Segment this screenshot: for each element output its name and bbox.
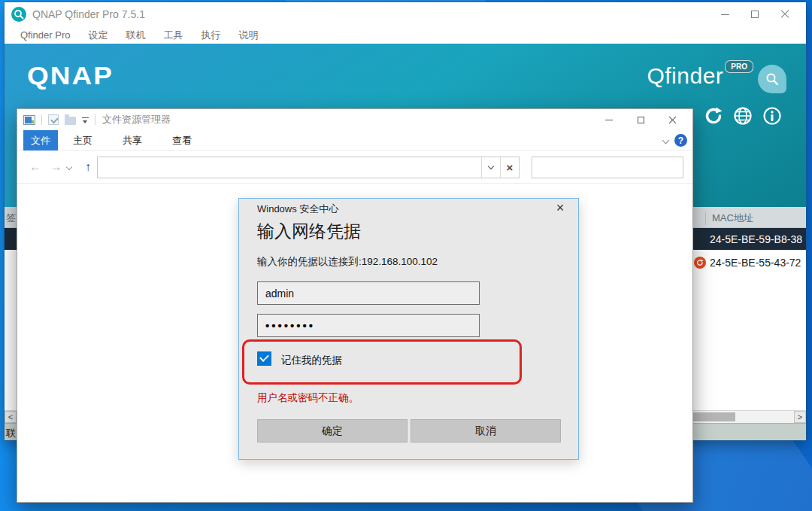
menu-item-settings[interactable]: 设定 (79, 29, 117, 42)
explorer-minimize-button[interactable] (593, 109, 625, 130)
menu-item-qfinder-pro[interactable]: Qfinder Pro (11, 29, 79, 41)
dialog-close-button[interactable]: × (552, 200, 568, 216)
explorer-close-button[interactable] (656, 109, 688, 130)
qfinder-window-title: QNAP Qfinder Pro 7.5.1 (32, 8, 145, 20)
new-folder-icon[interactable] (65, 117, 76, 125)
username-field[interactable] (257, 281, 480, 305)
explorer-maximize-button[interactable] (625, 109, 656, 130)
separator (95, 114, 95, 125)
explorer-window-title: 文件资源管理器 (102, 113, 171, 126)
search-input[interactable] (540, 162, 683, 173)
maximize-icon (638, 117, 644, 123)
minimize-icon (721, 14, 729, 15)
search-box[interactable] (532, 157, 683, 178)
menu-item-run[interactable]: 执行 (192, 29, 229, 42)
qfinder-minimize-button[interactable] (710, 2, 740, 26)
tab-file[interactable]: 文件 (23, 130, 58, 151)
tab-share[interactable]: 共享 (113, 130, 152, 151)
address-input[interactable] (98, 157, 481, 178)
help-icon[interactable]: ? (674, 134, 687, 147)
menu-item-tools[interactable]: 工具 (154, 29, 192, 42)
qfinder-titlebar: QNAP Qfinder Pro 7.5.1 (5, 2, 806, 26)
partial-column-header[interactable]: 签 (6, 211, 16, 225)
qfinder-action-icons (704, 106, 782, 126)
qfinder-close-button[interactable] (770, 2, 800, 26)
qfinder-brand: Qfinder PRO (647, 63, 786, 93)
close-icon (780, 10, 789, 19)
refresh-icon[interactable] (704, 106, 723, 126)
mac-address-value: 24-5E-BE-59-B8-38 (710, 233, 802, 245)
device-status-icon (694, 257, 706, 269)
cancel-icon: × (507, 161, 514, 174)
address-dropdown-button[interactable] (481, 157, 500, 178)
forward-icon[interactable]: → (46, 160, 67, 174)
info-icon[interactable] (762, 106, 782, 126)
menu-item-connect[interactable]: 联机 (117, 29, 154, 42)
tab-home[interactable]: 主页 (63, 130, 102, 151)
desktop: QNAP Qfinder Pro 7.5.1 Qfinder Pro 设定 联机… (0, 0, 812, 511)
back-icon[interactable]: ← (25, 160, 46, 174)
qfinder-logo-text: Qfinder (647, 63, 723, 89)
menu-item-help[interactable]: 说明 (229, 29, 267, 42)
maximize-icon (751, 11, 759, 18)
remember-credentials-checkbox[interactable] (257, 351, 271, 366)
scroll-right-button[interactable]: > (794, 411, 806, 423)
qnap-logo: QNAP (27, 62, 114, 91)
mac-address-column-header[interactable]: MAC地址 (705, 211, 753, 225)
dialog-message: 输入你的凭据以连接到:192.168.100.102 (257, 255, 438, 269)
ok-button[interactable]: 确定 (257, 419, 408, 443)
qfinder-menubar: Qfinder Pro 设定 联机 工具 执行 说明 (5, 26, 806, 44)
dialog-title: Windows 安全中心 (257, 202, 338, 216)
recent-locations-chevron-icon[interactable] (66, 164, 72, 170)
up-icon[interactable]: ↑ (77, 160, 98, 174)
error-message: 用户名或密码不正确。 (257, 391, 359, 405)
ribbon-collapse-chevron-icon[interactable] (662, 137, 670, 144)
mac-address-value: 24-5E-BE-55-43-72 (710, 257, 801, 269)
checkbox-label: 记住我的凭据 (281, 354, 342, 367)
quick-access-toolbar (23, 114, 95, 125)
properties-icon[interactable] (48, 114, 59, 125)
separator (41, 114, 42, 125)
cancel-button[interactable]: 取消 (411, 419, 561, 443)
qfinder-app-icon (11, 7, 26, 22)
dialog-heading: 输入网络凭据 (257, 220, 361, 243)
tab-view[interactable]: 查看 (162, 130, 201, 151)
scroll-left-button[interactable]: < (5, 411, 17, 423)
globe-icon[interactable] (733, 106, 753, 126)
qfinder-maximize-button[interactable] (740, 2, 770, 26)
scrollbar-thumb[interactable] (692, 412, 735, 421)
ribbon-tabs: 文件 主页 共享 查看 ? (17, 130, 692, 151)
statusbar-text: 联 (6, 427, 16, 440)
explorer-app-icon (23, 115, 35, 125)
close-icon (668, 116, 677, 124)
explorer-titlebar: 文件资源管理器 (17, 109, 692, 130)
pro-badge: PRO (725, 60, 753, 73)
minimize-icon (605, 120, 613, 120)
customize-toolbar-chevron-icon[interactable] (82, 117, 89, 123)
explorer-toolbar: ← → ↑ × (17, 151, 692, 184)
address-cancel-button[interactable]: × (500, 157, 519, 178)
address-bar[interactable]: × (97, 157, 520, 178)
password-field[interactable] (257, 314, 480, 337)
chevron-down-icon (488, 163, 494, 169)
qfinder-search-bubble-icon (758, 65, 786, 93)
credentials-dialog: Windows 安全中心 × 输入网络凭据 输入你的凭据以连接到:192.168… (238, 198, 579, 460)
